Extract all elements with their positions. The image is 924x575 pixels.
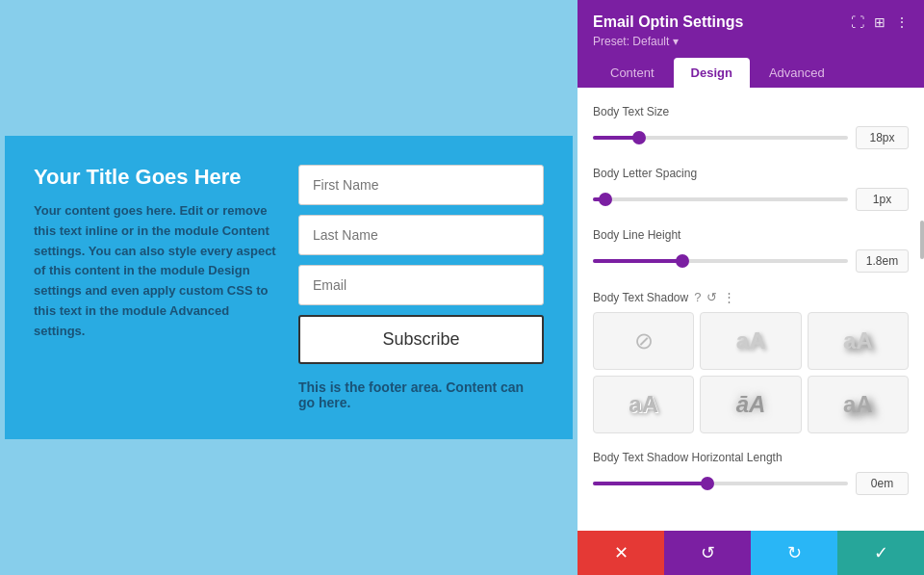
first-name-input[interactable] [298,165,544,205]
scroll-indicator [920,221,924,259]
shadow-option-3[interactable]: aA [593,376,694,433]
settings-panel: Email Optin Settings ⛶ ⊞ ⋮ Preset: Defau… [578,0,924,575]
email-module: Your Title Goes Here Your content goes h… [5,136,573,439]
shadow-h-label: Body Text Shadow Horizontal Length [593,451,909,464]
no-shadow-icon: ⊘ [634,327,654,354]
tab-design[interactable]: Design [674,58,750,88]
panel-tabs: Content Design Advanced [593,58,909,88]
more-shadow-icon[interactable]: ⋮ [723,290,735,304]
panel-title: Email Optin Settings [593,13,743,31]
shadow-h-thumb[interactable] [701,477,714,490]
shadow-h-fill [593,482,707,485]
body-text-size-thumb[interactable] [632,131,646,144]
body-line-height-label: Body Line Height [593,228,909,242]
body-letter-spacing-label: Body Letter Spacing [593,167,909,180]
body-line-height-value[interactable] [856,249,909,273]
save-button[interactable]: ✓ [837,531,924,575]
email-body: Your content goes here. Edit or remove t… [34,201,279,342]
reset-button[interactable]: ↺ [664,531,751,575]
panel-preset[interactable]: Preset: Default ▾ [593,35,909,48]
shadow-h-value[interactable] [856,472,909,495]
body-letter-spacing-row [593,188,909,211]
shadow-h-track[interactable] [593,482,848,485]
body-text-size-group: Body Text Size [593,105,909,149]
shadow-text-5: aA [843,391,873,418]
subscribe-button[interactable]: Subscribe [298,315,544,364]
reset-shadow-icon[interactable]: ↺ [706,290,717,304]
shadow-option-2[interactable]: aA [808,312,909,370]
body-line-height-thumb[interactable] [676,254,689,268]
shadow-option-5[interactable]: aA [808,376,909,433]
body-line-height-track[interactable] [593,259,848,263]
email-right: Subscribe This is the footer area. Conte… [298,165,544,410]
email-input[interactable] [298,265,544,305]
panel-header-icons: ⛶ ⊞ ⋮ [851,14,909,30]
body-letter-spacing-value[interactable] [856,188,909,211]
shadow-option-4[interactable]: āA [700,376,801,433]
shadow-option-1[interactable]: aA [700,312,801,370]
shadow-option-none[interactable]: ⊘ [593,312,694,370]
shadow-text-2: aA [843,327,873,354]
body-text-size-label: Body Text Size [593,105,909,118]
body-text-shadow-group: Body Text Shadow ? ↺ ⋮ ⊘ aA aA [593,290,909,433]
grid-icon[interactable]: ⊞ [874,14,886,30]
email-footer: This is the footer area. Content can go … [298,379,544,410]
shadow-h-row [593,472,909,495]
expand-icon[interactable]: ⛶ [851,14,864,30]
panel-body: Body Text Size Body Letter Spacing [578,88,924,531]
help-icon[interactable]: ? [694,290,701,304]
redo-button[interactable]: ↻ [751,531,837,575]
body-letter-spacing-group: Body Letter Spacing [593,167,909,211]
more-icon[interactable]: ⋮ [895,14,909,30]
shadow-text-1: aA [736,327,766,354]
last-name-input[interactable] [298,215,544,255]
panel-header-top: Email Optin Settings ⛶ ⊞ ⋮ [593,13,909,31]
body-line-height-row [593,249,909,273]
panel-footer: ✕ ↺ ↻ ✓ [578,531,924,575]
tab-content[interactable]: Content [593,58,672,88]
body-letter-spacing-track[interactable] [593,197,848,201]
body-text-size-row [593,126,909,149]
email-title: Your Title Goes Here [34,165,279,190]
body-line-height-group: Body Line Height [593,228,909,273]
panel-header: Email Optin Settings ⛶ ⊞ ⋮ Preset: Defau… [578,0,924,88]
shadow-text-3: aA [629,391,658,418]
shadow-grid: ⊘ aA aA aA āA a [593,312,909,433]
shadow-h-group: Body Text Shadow Horizontal Length [593,451,909,495]
shadow-text-4: āA [736,391,766,418]
preview-area: Your Title Goes Here Your content goes h… [0,0,578,575]
email-left: Your Title Goes Here Your content goes h… [34,165,279,410]
body-text-shadow-label: Body Text Shadow ? ↺ ⋮ [593,290,909,304]
cancel-button[interactable]: ✕ [578,531,664,575]
tab-advanced[interactable]: Advanced [752,58,842,88]
body-text-size-value[interactable] [856,126,909,149]
body-text-size-track[interactable] [593,136,848,140]
body-letter-spacing-thumb[interactable] [599,193,612,206]
body-line-height-fill [593,259,682,263]
